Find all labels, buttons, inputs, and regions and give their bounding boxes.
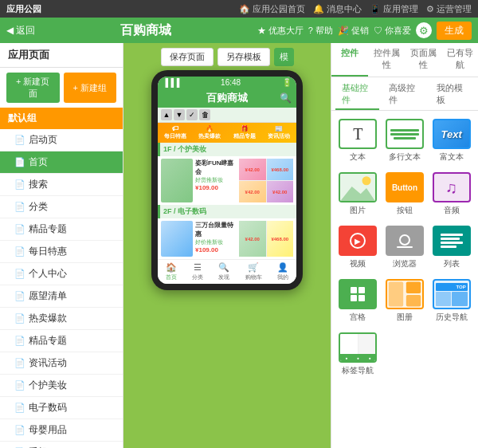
history-label: 历史导航: [436, 312, 468, 323]
phone-nav-down[interactable]: ▼: [174, 109, 185, 120]
sidebar-item-daily[interactable]: 📄 每日特惠: [0, 241, 123, 263]
product-subtitle: 好货推新妆: [195, 176, 237, 184]
back-button[interactable]: ◀ 返回: [6, 24, 35, 37]
page-icon: 📄: [14, 358, 25, 368]
save-template-button[interactable]: 另存模板: [217, 48, 270, 66]
sidebar-item-launch[interactable]: 📄 启动页: [0, 129, 123, 151]
new-group-button[interactable]: + 新建组: [64, 73, 117, 103]
phone-battery: 🔋: [282, 78, 292, 87]
center-toolbar: 保存页面 另存模板 模: [130, 48, 324, 66]
phone-search-icon[interactable]: 🔍: [280, 92, 292, 104]
tab-my-templates[interactable]: 我的模板: [430, 80, 474, 110]
list-icon-box: [433, 226, 471, 256]
phone-main-product2-info: 三万台限量特惠 好价推新妆 ¥109.00: [195, 221, 237, 253]
sidebar-item-featured[interactable]: 📄 精品专题: [0, 218, 123, 241]
text-label: 文本: [350, 151, 366, 163]
sidebar-item-beauty[interactable]: 📄 个护美妆: [0, 375, 123, 397]
page-icon: 📄: [14, 336, 25, 346]
action-hall[interactable]: ★ 优惠大厅: [257, 25, 304, 37]
widget-text[interactable]: T 文本: [336, 116, 380, 166]
widget-multiline[interactable]: 多行文本: [383, 116, 427, 166]
widget-sub-tabs: 基础控件 高级控件 我的模板: [331, 77, 478, 111]
banner-item-hot: 🔥热卖爆款: [198, 125, 221, 140]
page-icon: 📄: [14, 135, 25, 145]
phone-section1-title: 1F / 个护美妆: [158, 143, 296, 156]
browser-icon-box: [386, 226, 424, 256]
sidebar-item-search[interactable]: 📄 搜索: [0, 174, 123, 196]
widget-list[interactable]: 列表: [429, 222, 473, 273]
browser-label: 浏览器: [393, 258, 417, 269]
audio-icon-box: ♫: [433, 172, 471, 202]
action-fav[interactable]: ♡ 你喜爱: [374, 25, 411, 37]
action-promo[interactable]: 🎉 促销: [338, 25, 369, 37]
widget-richtext[interactable]: Text 富文本: [429, 116, 473, 166]
sidebar-item-babycare[interactable]: 📄 母婴用品: [0, 419, 123, 442]
profile-icon: 👤: [277, 262, 288, 273]
widget-video[interactable]: ▶ 视频: [336, 222, 380, 273]
tag-label: 标签导航: [342, 365, 374, 376]
grid-icon-box: [339, 279, 377, 309]
bottom-nav-category[interactable]: ☰ 分类: [192, 262, 203, 281]
sidebar-item-featured2[interactable]: 📄 精品专题: [0, 330, 123, 352]
page-icon: 📄: [14, 313, 25, 324]
save-page-button[interactable]: 保存页面: [161, 48, 214, 66]
discover-icon: 🔍: [218, 262, 229, 273]
tab-advanced-widgets[interactable]: 高级控件: [382, 80, 426, 110]
phone-main-product2-image: [161, 221, 193, 257]
widget-image[interactable]: 图片: [336, 169, 380, 219]
phone-screen: ▐▐▐ 16:48 🔋 百购商城 🔍 ▲ ▼ ✓ 🗑: [158, 77, 296, 284]
widget-audio[interactable]: ♫ 音频: [429, 169, 473, 219]
main-layout: 应用页面 + 新建页面 + 新建组 默认组 📄 启动页 📄 首页 📄 搜索 📄 …: [0, 43, 478, 448]
sidebar-item-home[interactable]: 📄 首页: [0, 151, 123, 174]
phone-nav-check[interactable]: ✓: [186, 109, 198, 120]
video-icon-box: ▶: [339, 226, 377, 256]
template-tab[interactable]: 模: [274, 48, 294, 66]
left-sidebar: 应用页面 + 新建页面 + 新建组 默认组 📄 启动页 📄 首页 📄 搜索 📄 …: [0, 43, 123, 448]
sidebar-item-news[interactable]: 📄 资讯活动: [0, 352, 123, 375]
tab-widgets[interactable]: 控件: [331, 43, 368, 77]
bottom-nav-cart[interactable]: 🛒 购物车: [245, 262, 262, 281]
sidebar-item-profile[interactable]: 📄 个人中心: [0, 263, 123, 285]
bottom-nav-discover[interactable]: 🔍 发现: [218, 262, 229, 281]
cart-icon: 🛒: [248, 262, 259, 273]
sidebar-item-wishlist[interactable]: 📄 愿望清单: [0, 285, 123, 308]
widget-button[interactable]: Button 按钮: [383, 169, 427, 219]
page-icon: 📄: [14, 246, 25, 257]
sidebar-btn-row: + 新建页面 + 新建组: [0, 68, 123, 108]
phone-bottom-nav: 🏠 首页 ☰ 分类 🔍 发现 🛒 购物车: [158, 259, 296, 284]
tab-nav[interactable]: 已有导航: [441, 43, 478, 77]
phone-status-bar: ▐▐▐ 16:48 🔋: [158, 77, 296, 88]
widget-browser[interactable]: 浏览器: [383, 222, 427, 273]
sidebar-group: 默认组: [0, 108, 123, 129]
action-help[interactable]: ? 帮助: [308, 25, 333, 37]
widget-history[interactable]: TOP 历史导航: [429, 276, 473, 326]
second-bar: ◀ 返回 百购商城 ★ 优惠大厅 ? 帮助 🎉 促销 ♡ 你喜爱 ⚙ 生成: [0, 18, 478, 43]
bottom-nav-profile[interactable]: 👤 我的: [277, 262, 288, 281]
sidebar-item-electronics[interactable]: 📄 电子数码: [0, 397, 123, 419]
widget-tag[interactable]: ● ● ● 标签导航: [336, 329, 380, 379]
page-icon: 📄: [14, 202, 25, 212]
widget-gallery[interactable]: 图册: [383, 276, 427, 326]
nav-ops[interactable]: ⚙ 运营管理: [426, 3, 472, 15]
tab-basic-widgets[interactable]: 基础控件: [335, 80, 379, 110]
multiline-label: 多行文本: [389, 151, 421, 163]
video-label: 视频: [350, 258, 366, 269]
phone-nav-delete[interactable]: 🗑: [199, 109, 210, 120]
nav-apps[interactable]: 📱 应用管理: [370, 3, 418, 15]
new-page-button[interactable]: + 新建页面: [6, 73, 60, 103]
svg-point-2: [362, 176, 371, 185]
settings-button[interactable]: ⚙: [416, 22, 432, 38]
right-panel: 控件 控件属性 页面属性 已有导航 基础控件 高级控件 我的模板 T 文本: [331, 43, 478, 448]
nav-messages[interactable]: 🔔 消息中心: [313, 3, 362, 15]
tab-widget-props[interactable]: 控件属性: [368, 43, 405, 77]
gallery-icon-box: [386, 279, 424, 309]
nav-home[interactable]: 🏠 应用公园首页: [239, 3, 305, 15]
sidebar-item-category[interactable]: 📄 分类: [0, 196, 123, 218]
sidebar-item-hot[interactable]: 📄 热卖爆款: [0, 308, 123, 330]
generate-button[interactable]: 生成: [437, 22, 472, 40]
sidebar-item-phone[interactable]: 📄 手机: [0, 442, 123, 448]
tab-page-props[interactable]: 页面属性: [405, 43, 441, 77]
widget-grid-item[interactable]: 宫格: [336, 276, 380, 326]
phone-nav-up[interactable]: ▲: [161, 109, 172, 120]
bottom-nav-home[interactable]: 🏠 首页: [166, 262, 177, 281]
